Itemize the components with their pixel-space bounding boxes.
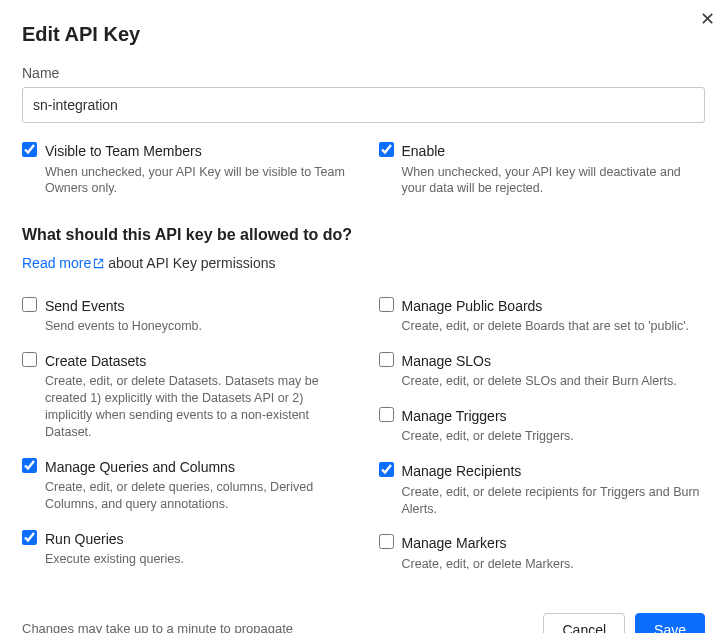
footer-note: Changes may take up to a minute to propa… (22, 620, 293, 633)
permission-manage_recipients: Manage RecipientsCreate, edit, or delete… (379, 461, 706, 517)
permission-manage_markers-label: Manage Markers (402, 533, 706, 553)
enable-checkbox[interactable] (379, 142, 394, 157)
visible-desc: When unchecked, your API Key will be vis… (45, 164, 349, 198)
permission-manage_boards-desc: Create, edit, or delete Boards that are … (402, 318, 706, 335)
permissions-left-column: Send EventsSend events to Honeycomb.Crea… (22, 296, 349, 573)
permission-send_events: Send EventsSend events to Honeycomb. (22, 296, 349, 335)
permission-manage_recipients-desc: Create, edit, or delete recipients for T… (402, 484, 706, 518)
permission-manage_markers-checkbox[interactable] (379, 534, 394, 549)
enable-desc: When unchecked, your API key will deacti… (402, 164, 706, 198)
permission-create_datasets: Create DatasetsCreate, edit, or delete D… (22, 351, 349, 441)
permissions-grid: Send EventsSend events to Honeycomb.Crea… (22, 296, 705, 573)
modal-footer: Changes may take up to a minute to propa… (22, 573, 705, 633)
permission-manage_recipients-checkbox[interactable] (379, 462, 394, 477)
permission-manage_queries-desc: Create, edit, or delete queries, columns… (45, 479, 349, 513)
close-icon: ✕ (700, 9, 715, 29)
permission-manage_triggers-desc: Create, edit, or delete Triggers. (402, 428, 706, 445)
enable-option: Enable When unchecked, your API key will… (379, 141, 706, 197)
permission-run_queries-label: Run Queries (45, 529, 349, 549)
permission-manage_triggers-label: Manage Triggers (402, 406, 706, 426)
edit-api-key-modal: ✕ Edit API Key Name Visible to Team Memb… (0, 0, 727, 633)
permission-manage_boards-label: Manage Public Boards (402, 296, 706, 316)
permission-create_datasets-label: Create Datasets (45, 351, 349, 371)
top-options-row: Visible to Team Members When unchecked, … (22, 141, 705, 197)
permission-manage_boards-checkbox[interactable] (379, 297, 394, 312)
permission-run_queries-checkbox[interactable] (22, 530, 37, 545)
permissions-help-line: Read more about API Key permissions (22, 253, 705, 274)
permission-create_datasets-checkbox[interactable] (22, 352, 37, 367)
name-input[interactable] (22, 87, 705, 123)
permission-send_events-checkbox[interactable] (22, 297, 37, 312)
external-link-icon (93, 254, 104, 274)
permission-manage_markers-desc: Create, edit, or delete Markers. (402, 556, 706, 573)
permission-manage_markers: Manage MarkersCreate, edit, or delete Ma… (379, 533, 706, 572)
permission-manage_slos-label: Manage SLOs (402, 351, 706, 371)
enable-label: Enable (402, 141, 706, 161)
permission-send_events-desc: Send events to Honeycomb. (45, 318, 349, 335)
close-button[interactable]: ✕ (696, 6, 719, 32)
modal-title: Edit API Key (22, 20, 705, 49)
permission-manage_queries-checkbox[interactable] (22, 458, 37, 473)
permission-manage_queries-label: Manage Queries and Columns (45, 457, 349, 477)
permissions-right-column: Manage Public BoardsCreate, edit, or del… (379, 296, 706, 573)
permissions-help-suffix: about API Key permissions (104, 255, 275, 271)
permission-run_queries: Run QueriesExecute existing queries. (22, 529, 349, 568)
permission-create_datasets-desc: Create, edit, or delete Datasets. Datase… (45, 373, 349, 441)
permission-manage_triggers-checkbox[interactable] (379, 407, 394, 422)
permission-manage_slos-checkbox[interactable] (379, 352, 394, 367)
read-more-link[interactable]: Read more (22, 255, 104, 271)
permission-send_events-label: Send Events (45, 296, 349, 316)
visible-option: Visible to Team Members When unchecked, … (22, 141, 349, 197)
permission-manage_slos: Manage SLOsCreate, edit, or delete SLOs … (379, 351, 706, 390)
permission-manage_recipients-label: Manage Recipients (402, 461, 706, 481)
name-label: Name (22, 63, 705, 83)
permission-manage_slos-desc: Create, edit, or delete SLOs and their B… (402, 373, 706, 390)
save-button[interactable]: Save (635, 613, 705, 633)
permissions-heading: What should this API key be allowed to d… (22, 223, 705, 246)
permission-manage_queries: Manage Queries and ColumnsCreate, edit, … (22, 457, 349, 513)
visible-label: Visible to Team Members (45, 141, 349, 161)
visible-checkbox[interactable] (22, 142, 37, 157)
permission-manage_triggers: Manage TriggersCreate, edit, or delete T… (379, 406, 706, 445)
cancel-button[interactable]: Cancel (543, 613, 625, 633)
permission-manage_boards: Manage Public BoardsCreate, edit, or del… (379, 296, 706, 335)
permission-run_queries-desc: Execute existing queries. (45, 551, 349, 568)
